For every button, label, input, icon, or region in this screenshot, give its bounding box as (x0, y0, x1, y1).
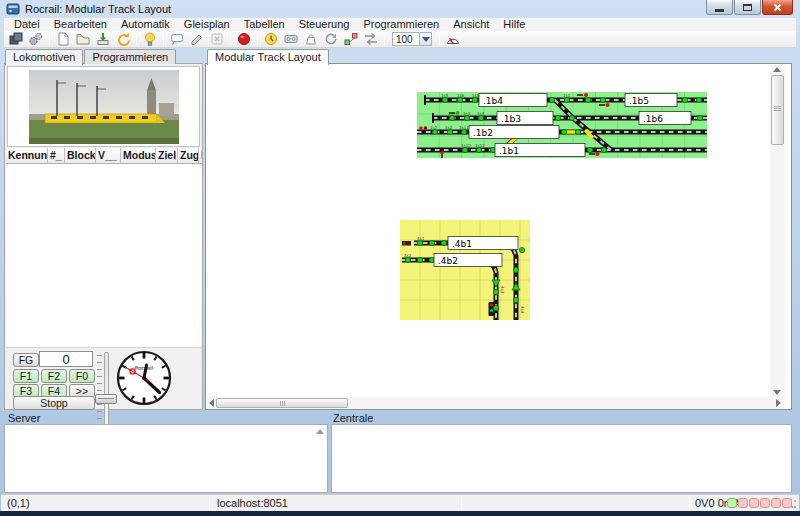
f2-button[interactable]: F2 (41, 369, 67, 383)
block-1b1[interactable]: .1b1 (499, 146, 519, 156)
f0-button[interactable]: F0 (69, 369, 95, 383)
zoom-value: 100 (393, 33, 419, 45)
server-log[interactable] (4, 424, 328, 493)
window-bottom-edge (0, 511, 800, 516)
shuffle-icon[interactable] (361, 31, 381, 47)
status-led (760, 498, 770, 508)
scroll-right-icon[interactable] (776, 399, 781, 407)
col-modus[interactable]: Modus (121, 148, 156, 164)
block-1b4[interactable]: .1b4 (483, 96, 503, 106)
toolbar-separator (49, 33, 50, 45)
block-4b2[interactable]: .4b2 (438, 256, 458, 266)
minimize-button[interactable] (706, 0, 733, 15)
col-block[interactable]: Block (65, 148, 96, 164)
menu-automatik[interactable]: Automatik (114, 18, 177, 31)
stop-button[interactable]: Stopp (13, 396, 95, 410)
refresh-icon[interactable] (321, 31, 341, 47)
scroll-left-icon[interactable] (209, 399, 214, 407)
close-button[interactable] (762, 0, 793, 15)
svg-text:1s2: 1s2 (445, 125, 453, 130)
undo-icon[interactable] (113, 31, 133, 47)
loco-table-header: Kennung #_ Block V__ Modus Ziel Zug Bild (6, 148, 202, 164)
fg-button[interactable]: FG (13, 353, 39, 367)
status-host: localhost:8051 (217, 496, 288, 511)
tab-programmieren[interactable]: Programmieren (84, 49, 176, 64)
col-ziel[interactable]: Ziel (156, 148, 178, 164)
col-bild[interactable]: Bild (199, 148, 202, 164)
status-led (727, 498, 737, 508)
zoom-combobox[interactable]: 100 (392, 32, 432, 46)
vertical-scrollbar[interactable] (770, 65, 785, 397)
scroll-down-icon[interactable] (773, 390, 781, 395)
minimize-icon (715, 9, 724, 12)
properties-gears-icon[interactable] (26, 31, 46, 47)
block-1b6[interactable]: .1b6 (643, 114, 663, 124)
status-led (771, 498, 781, 508)
maximize-icon (743, 4, 752, 11)
window-title: Rocrail: Modular Track Layout (25, 3, 171, 15)
loco-list[interactable] (6, 164, 202, 348)
col-kennung[interactable]: Kennung (6, 148, 48, 164)
toolbar: 100 (4, 31, 796, 48)
speed-gauge-icon[interactable] (443, 31, 463, 47)
throttle-slider-knob[interactable] (95, 394, 117, 404)
col-zug[interactable]: Zug (178, 148, 199, 164)
status-led-row (727, 498, 792, 508)
block-1b5[interactable]: .1b5 (629, 96, 649, 106)
vertical-scrollbar-thumb[interactable] (771, 75, 784, 145)
speed-display: 0 (39, 351, 93, 367)
toolbar-separator (439, 33, 440, 45)
zentrale-log[interactable] (331, 424, 792, 493)
zoom-dropdown-button[interactable] (419, 33, 431, 45)
workspace-icon[interactable] (6, 31, 26, 47)
emergency-stop-icon[interactable] (234, 31, 254, 47)
titlebar: Rocrail: Modular Track Layout (0, 0, 800, 18)
track-plan-canvas[interactable]: .1b4 .1b5 .1b3 .1b6 .1b2 .1b1 1s51s61s81… (205, 63, 792, 410)
col-number[interactable]: #_ (48, 148, 65, 164)
col-v[interactable]: V__ (96, 148, 121, 164)
svg-text:1s4: 1s4 (477, 111, 485, 116)
menu-datei[interactable]: Datei (7, 18, 47, 31)
menu-steuerung[interactable]: Steuerung (292, 18, 357, 31)
tab-modular-track-layout[interactable]: Modular Track Layout (207, 49, 329, 65)
svg-text:1s5: 1s5 (441, 93, 449, 98)
scroll-up-icon[interactable] (773, 67, 781, 72)
programming-icon[interactable] (281, 31, 301, 47)
save-icon[interactable] (93, 31, 113, 47)
yellow-module: .4b1 .4b2 4s1 4s2 4s3 4s4 (400, 220, 530, 320)
f1-button[interactable]: F1 (13, 369, 39, 383)
block-1b2[interactable]: .1b2 (473, 128, 493, 138)
menu-ansicht[interactable]: Ansicht (446, 18, 496, 31)
menu-tabellen[interactable]: Tabellen (237, 18, 292, 31)
open-icon[interactable] (73, 31, 93, 47)
server-log-label: Server (8, 412, 40, 423)
svg-text:1s6: 1s6 (457, 93, 465, 98)
close-plan-icon[interactable] (207, 31, 227, 47)
locomotives-panel: Kennung #_ Block V__ Modus Ziel Zug Bild… (4, 63, 203, 410)
tab-lokomotiven[interactable]: Lokomotiven (5, 49, 83, 65)
app-icon (6, 2, 20, 16)
main-tabs: Modular Track Layout (207, 48, 330, 64)
resize-grip[interactable] (788, 500, 796, 508)
horizontal-scrollbar-thumb[interactable] (216, 398, 348, 408)
pot-icon[interactable] (301, 31, 321, 47)
horizontal-scrollbar[interactable] (207, 397, 785, 409)
power-lamp-icon[interactable] (140, 31, 160, 47)
trace-message-icon[interactable] (167, 31, 187, 47)
zentrale-log-label: Zentrale (333, 412, 373, 423)
new-plan-icon[interactable] (53, 31, 73, 47)
svg-text:4s4: 4s4 (520, 306, 525, 314)
block-4b1[interactable]: .4b1 (452, 239, 472, 249)
menu-bearbeiten[interactable]: Bearbeiten (47, 18, 114, 31)
log-scroll-up-icon[interactable] (316, 429, 324, 434)
maximize-button[interactable] (734, 0, 761, 15)
edit-plan-icon[interactable] (187, 31, 207, 47)
menu-hilfe[interactable]: Hilfe (496, 18, 532, 31)
menu-programmieren[interactable]: Programmieren (356, 18, 446, 31)
routes-icon[interactable] (341, 31, 361, 47)
status-led (738, 498, 748, 508)
toolbar-separator (230, 33, 231, 45)
menu-gleisplan[interactable]: Gleisplan (177, 18, 237, 31)
auto-mode-icon[interactable] (261, 31, 281, 47)
block-1b3[interactable]: .1b3 (501, 114, 521, 124)
